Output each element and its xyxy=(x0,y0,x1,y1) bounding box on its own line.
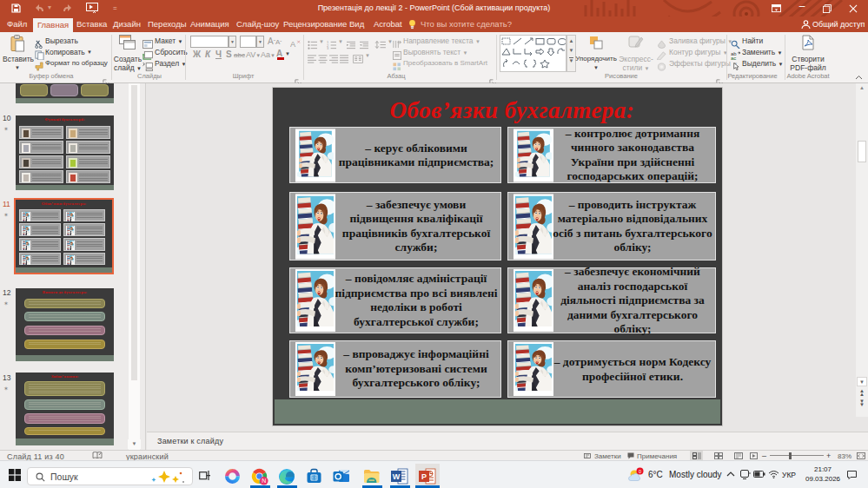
svg-text:W: W xyxy=(393,472,401,481)
svg-text:P: P xyxy=(421,472,427,481)
svg-text:3: 3 xyxy=(327,46,329,49)
svg-text:N: N xyxy=(262,478,266,484)
svg-text:А: А xyxy=(290,40,296,49)
svg-text:0: 0 xyxy=(639,469,641,474)
